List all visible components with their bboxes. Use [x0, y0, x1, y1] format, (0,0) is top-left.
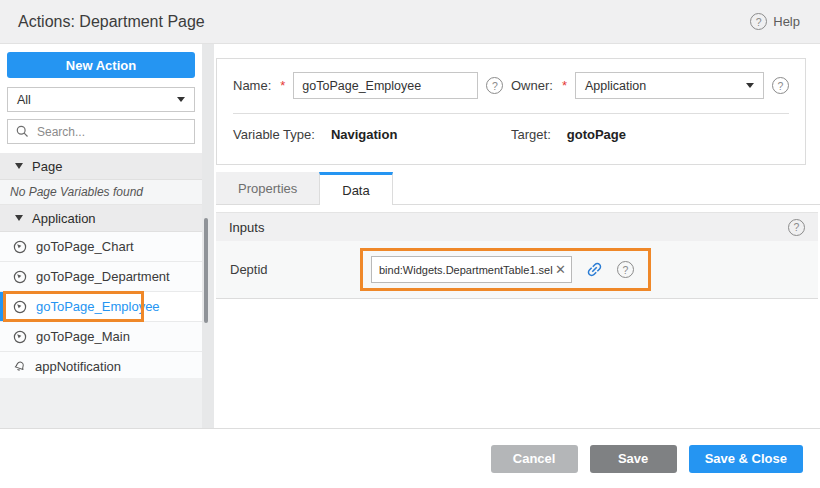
tree-group-label: Application: [32, 211, 96, 226]
tab-properties[interactable]: Properties: [216, 172, 319, 204]
sidebar-item-gotopage-department[interactable]: goToPage_Department: [0, 262, 202, 292]
collapse-caret-icon: [15, 163, 23, 169]
deptid-bind-value: bind:Widgets.DepartmentTable1.selec: [379, 264, 553, 276]
sidebar-item-gotopage-employee[interactable]: goToPage_Employee: [0, 292, 202, 322]
name-input[interactable]: [293, 72, 478, 99]
owner-selected-value: Application: [585, 79, 646, 93]
sidebar-filler: [0, 378, 202, 428]
filter-selected-value: All: [17, 93, 31, 107]
variables-sidebar: New Action All Page No Page Variables fo…: [0, 44, 202, 428]
dialog-footer: Cancel Save Save & Close: [0, 428, 820, 488]
page-title: Actions: Department Page: [18, 13, 205, 31]
deptid-field-row: Deptid bind:Widgets.DepartmentTable1.sel…: [216, 241, 818, 299]
owner-select[interactable]: Application: [575, 72, 764, 99]
inputs-section-header: Inputs ?: [216, 212, 818, 241]
required-marker: *: [280, 78, 285, 93]
chevron-down-icon: [177, 97, 185, 102]
save-button[interactable]: Save: [590, 445, 677, 473]
sidebar-item-gotopage-chart[interactable]: goToPage_Chart: [0, 232, 202, 262]
inputs-section: Inputs ? Deptid bind:Widgets.DepartmentT…: [216, 212, 818, 299]
variable-type-value: Navigation: [331, 127, 397, 142]
annotation-highlight-box: bind:Widgets.DepartmentTable1.selec ✕ ?: [360, 248, 651, 291]
owner-label: Owner:: [511, 78, 553, 93]
save-and-close-button[interactable]: Save & Close: [689, 445, 803, 473]
tree-group-application[interactable]: Application: [0, 205, 202, 232]
search-input[interactable]: [35, 124, 194, 140]
deptid-bind-input[interactable]: bind:Widgets.DepartmentTable1.selec ✕: [371, 256, 572, 283]
tree-item-label: goToPage_Employee: [36, 299, 160, 314]
collapse-caret-icon: [15, 215, 23, 221]
bind-link-icon[interactable]: [585, 260, 604, 279]
sidebar-item-gotopage-main[interactable]: goToPage_Main: [0, 322, 202, 352]
variable-type-label: Variable Type:: [233, 127, 315, 142]
navigation-icon: [13, 330, 27, 344]
target-label: Target:: [511, 127, 551, 142]
cancel-button[interactable]: Cancel: [491, 445, 578, 473]
actions-dialog: Actions: Department Page ? Help New Acti…: [0, 0, 820, 488]
name-label: Name:: [233, 78, 271, 93]
tree-item-label: appNotification: [35, 359, 121, 374]
scrollbar-thumb[interactable]: [204, 218, 208, 323]
deptid-label: Deptid: [230, 262, 360, 277]
search-box[interactable]: [7, 119, 195, 144]
detail-tabbar: Properties Data: [216, 172, 820, 205]
help-icon: ?: [750, 13, 767, 30]
deptid-help-icon[interactable]: ?: [617, 261, 634, 278]
target-value: gotoPage: [567, 127, 626, 142]
inputs-help-icon[interactable]: ?: [788, 219, 805, 236]
panel-divider: [202, 44, 214, 428]
navigation-icon: [13, 270, 27, 284]
tree-item-label: goToPage_Chart: [36, 239, 134, 254]
filter-dropdown[interactable]: All: [7, 87, 195, 112]
inputs-section-title: Inputs: [229, 220, 264, 235]
owner-help-icon[interactable]: ?: [772, 77, 789, 94]
help-label: Help: [773, 14, 800, 29]
page-empty-message: No Page Variables found: [0, 180, 202, 205]
chevron-down-icon: [746, 83, 754, 88]
action-summary-panel: Name: * ? Owner: * Application ?: [216, 58, 806, 165]
tree-group-label: Page: [32, 159, 62, 174]
new-action-button[interactable]: New Action: [7, 52, 195, 78]
navigation-icon: [13, 300, 27, 314]
navigation-icon: [13, 240, 27, 254]
name-help-icon[interactable]: ?: [486, 77, 503, 94]
required-marker: *: [562, 78, 567, 93]
tab-data[interactable]: Data: [319, 172, 392, 205]
action-detail-panel: Name: * ? Owner: * Application ?: [214, 44, 820, 428]
dialog-header: Actions: Department Page ? Help: [0, 0, 820, 44]
tree-item-label: goToPage_Department: [36, 269, 170, 284]
help-link[interactable]: ? Help: [750, 13, 800, 30]
clear-binding-icon[interactable]: ✕: [553, 263, 568, 276]
tree-item-label: goToPage_Main: [36, 329, 130, 344]
bell-icon: [13, 360, 26, 374]
tree-group-page[interactable]: Page: [0, 153, 202, 180]
selection-indicator: [0, 292, 3, 321]
search-icon: [16, 125, 29, 138]
